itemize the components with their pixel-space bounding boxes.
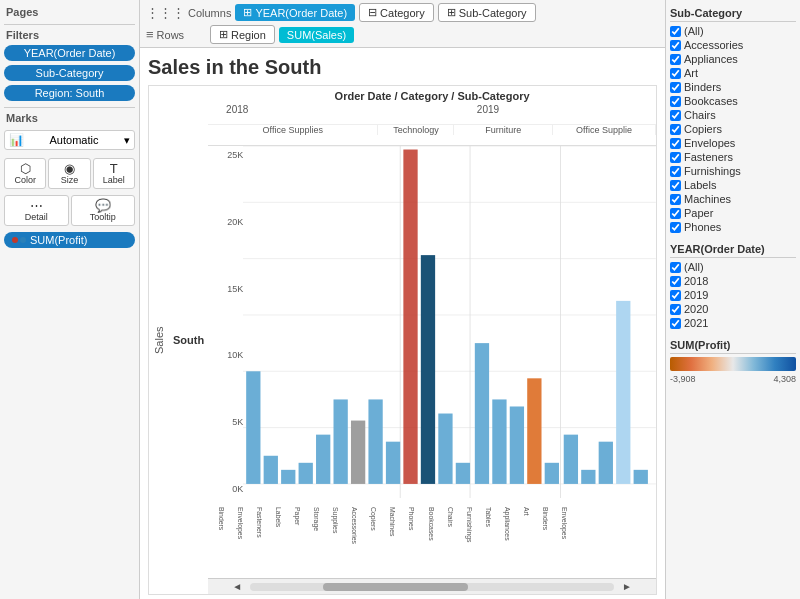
tooltip-button[interactable]: 💬 Tooltip [71,195,136,226]
marks-type-label: Automatic [50,134,99,146]
xlabel-copiers: Copiers [369,507,377,531]
year-checkbox-4[interactable] [670,318,681,329]
bar-furnishings-2018[interactable] [510,406,524,483]
bar-art-2019[interactable] [581,470,595,484]
pill-year-order-date[interactable]: ⊞ YEAR(Order Date) [235,4,355,21]
pill-category[interactable]: ⊟ Category [359,3,434,22]
scroll-left-arrow[interactable]: ◄ [228,581,246,592]
bar-supplies-2018b[interactable] [369,399,383,483]
bar-accessories-2018[interactable] [386,442,400,484]
year-checkbox-1[interactable] [670,276,681,287]
pill-region[interactable]: ⊞ Region [210,25,275,44]
detail-button[interactable]: ⋯ Detail [4,195,69,226]
subcategory-label-14: Phones [684,221,721,233]
subcategory-item-9: Fasteners [670,150,796,164]
subcategory-checkbox-2[interactable] [670,54,681,65]
pill-sub-category[interactable]: ⊞ Sub-Category [438,3,536,22]
subcategory-checkbox-13[interactable] [670,208,681,219]
columns-row: ⋮⋮⋮ Columns ⊞ YEAR(Order Date) ⊟ Categor… [146,3,659,22]
year-checkbox-3[interactable] [670,304,681,315]
subcategory-checkbox-7[interactable] [670,124,681,135]
year-checkbox-0[interactable] [670,262,681,273]
subcategory-checkbox-6[interactable] [670,110,681,121]
year-label-0: (All) [684,261,704,273]
bar-envelopes-2019[interactable] [616,301,630,484]
label-label: Label [103,175,125,185]
bar-paper-2018[interactable] [316,435,330,484]
bar-phones-2018[interactable] [438,414,452,484]
tick-5k: 5K [208,417,243,427]
bar-supplies-2018[interactable] [351,421,365,484]
xlabel-envelopes2: Envelopes [560,507,568,540]
size-icon: ◉ [64,162,75,175]
legend-min: -3,908 [670,374,696,384]
header-title: Order Date / Category / Sub-Category [208,88,656,104]
bar-binders-2018[interactable] [246,371,260,484]
pill-sum-sales[interactable]: SUM(Sales) [279,27,354,43]
subcategory-label-11: Labels [684,179,716,191]
chart-area: Sales South Order Date / Category / Sub-… [148,85,657,595]
subcategory-item-12: Machines [670,192,796,206]
subcategory-item-2: Appliances [670,52,796,66]
bar-tables-2018[interactable] [527,378,541,484]
marks-type-select[interactable]: 📊 Automatic ▾ [4,130,135,150]
subcategory-checkbox-11[interactable] [670,180,681,191]
subcategory-checkbox-8[interactable] [670,138,681,149]
filter-year[interactable]: YEAR(Order Date) [4,45,135,61]
subcategory-checkbox-9[interactable] [670,152,681,163]
subcategory-checkbox-1[interactable] [670,40,681,51]
filter-subcategory[interactable]: Sub-Category [4,65,135,81]
bar-small1[interactable] [634,470,648,484]
subcategory-item-6: Chairs [670,108,796,122]
bar-fasteners-2018[interactable] [281,470,295,484]
sum-profit-pill[interactable]: SUM(Profit) [4,232,135,248]
scroll-right-arrow[interactable]: ► [618,581,636,592]
label-button[interactable]: T Label [93,158,135,189]
legend-section-title: SUM(Profit) [670,336,796,354]
columns-icon: ⋮⋮⋮ [146,5,185,20]
bar-copiers-2018[interactable] [404,150,418,484]
subcategory-checkbox-4[interactable] [670,82,681,93]
bar-chairs-2018[interactable] [492,399,506,483]
bar-tech-small[interactable] [456,463,470,484]
subcategory-checkbox-12[interactable] [670,194,681,205]
subcategory-label-7: Copiers [684,123,722,135]
subcategory-label-9: Fasteners [684,151,733,163]
scroll-thumb[interactable] [323,583,469,591]
xlabel-tables: Tables [485,507,492,527]
tick-15k: 15K [208,284,243,294]
year-label-3: 2020 [684,303,708,315]
subcategory-item-7: Copiers [670,122,796,136]
detail-icon: ⋯ [30,199,43,212]
size-button[interactable]: ◉ Size [48,158,90,189]
subcategory-checkbox-10[interactable] [670,166,681,177]
bar-storage-2018[interactable] [334,399,348,483]
xlabel-paper: Paper [293,507,301,526]
cat-furniture: Furniture [454,125,553,135]
legend-labels: -3,908 4,308 [670,374,796,384]
chart-container: Sales in the South Sales South Order Dat… [140,48,665,599]
bar-bookcases-2018[interactable] [475,343,489,484]
subcategory-checkbox-5[interactable] [670,96,681,107]
year-2019-label: 2019 [477,104,499,115]
subcategory-item-3: Art [670,66,796,80]
cat-office-supplies: Office Supplies [208,125,378,135]
bar-binders-2019[interactable] [599,442,613,484]
bar-machines-2018[interactable] [421,255,435,484]
bar-furn-small[interactable] [545,463,559,484]
subcategory-checkbox-0[interactable] [670,26,681,37]
bar-labels-2018[interactable] [299,463,313,484]
bar-envelopes-2018[interactable] [264,456,278,484]
year-checkbox-2[interactable] [670,290,681,301]
color-icon: ⬡ [20,162,31,175]
filter-region[interactable]: Region: South [4,85,135,101]
tick-0k: 0K [208,484,243,494]
subcategory-label-6: Chairs [684,109,716,121]
scroll-track[interactable] [250,583,614,591]
subcategory-checkbox-3[interactable] [670,68,681,79]
bar-appliances-2019[interactable] [564,435,578,484]
subcategory-checkbox-14[interactable] [670,222,681,233]
year-section-title: YEAR(Order Date) [670,240,796,258]
chart-title: Sales in the South [148,56,657,79]
color-button[interactable]: ⬡ Color [4,158,46,189]
